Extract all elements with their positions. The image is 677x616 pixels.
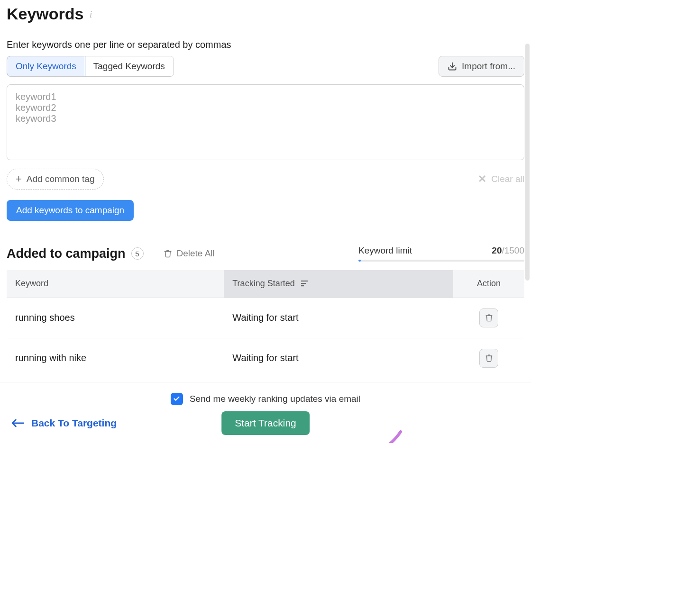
table-row: running shoes Waiting for start [7, 298, 524, 338]
keyword-limit-label: Keyword limit [358, 245, 412, 256]
keywords-table: Keyword Tracking Started Action running [7, 270, 524, 378]
weekly-updates-label: Send me weekly ranking updates via email [190, 394, 360, 404]
row-delete-button[interactable] [479, 349, 498, 368]
cell-keyword: running with nike [7, 338, 224, 378]
row-delete-button[interactable] [479, 308, 498, 327]
col-keyword[interactable]: Keyword [7, 270, 224, 298]
col-action: Action [453, 270, 524, 298]
svg-rect-2 [301, 283, 306, 284]
add-keywords-button[interactable]: Add keywords to campaign [7, 200, 134, 221]
close-icon: ✕ [478, 173, 486, 185]
cell-keyword: running shoes [7, 298, 224, 338]
clear-all-button[interactable]: ✕ Clear all [478, 173, 524, 185]
download-icon [448, 62, 457, 71]
sort-icon [301, 279, 309, 289]
col-tracking-started[interactable]: Tracking Started [224, 270, 453, 298]
table-row: running with nike Waiting for start [7, 338, 524, 378]
keyword-limit-bar [358, 260, 524, 262]
add-common-tag-button[interactable]: + Add common tag [7, 169, 104, 190]
footer: Send me weekly ranking updates via email… [0, 382, 531, 443]
weekly-updates-checkbox[interactable] [171, 393, 183, 405]
start-tracking-button[interactable]: Start Tracking [221, 411, 310, 435]
delete-all-button[interactable]: Delete All [164, 248, 215, 259]
check-icon [173, 395, 180, 402]
page-title: Keywords i [7, 5, 524, 23]
trash-icon [164, 249, 172, 258]
keyword-mode-tabs: Only Keywords Tagged Keywords [7, 56, 174, 77]
back-button[interactable]: Back To Targeting [11, 417, 117, 429]
cell-tracking: Waiting for start [224, 298, 453, 338]
keyword-limit: Keyword limit 20/1500 [358, 245, 524, 262]
cell-tracking: Waiting for start [224, 338, 453, 378]
keywords-input[interactable] [7, 84, 524, 160]
svg-rect-1 [301, 281, 308, 281]
tab-tagged-keywords[interactable]: Tagged Keywords [85, 56, 174, 76]
added-to-campaign-title: Added to campaign 5 [7, 246, 144, 261]
scrollbar[interactable] [525, 44, 530, 404]
tab-only-keywords[interactable]: Only Keywords [7, 56, 85, 77]
trash-icon [485, 353, 493, 362]
keyword-limit-values: 20/1500 [492, 245, 524, 256]
import-button[interactable]: Import from... [439, 56, 524, 77]
trash-icon [485, 313, 493, 322]
instruction-text: Enter keywords one per line or separated… [7, 39, 524, 50]
info-icon[interactable]: i [90, 8, 92, 20]
count-badge: 5 [131, 247, 144, 260]
arrow-left-icon [11, 418, 25, 428]
plus-icon: + [16, 173, 22, 185]
svg-rect-3 [301, 285, 304, 286]
